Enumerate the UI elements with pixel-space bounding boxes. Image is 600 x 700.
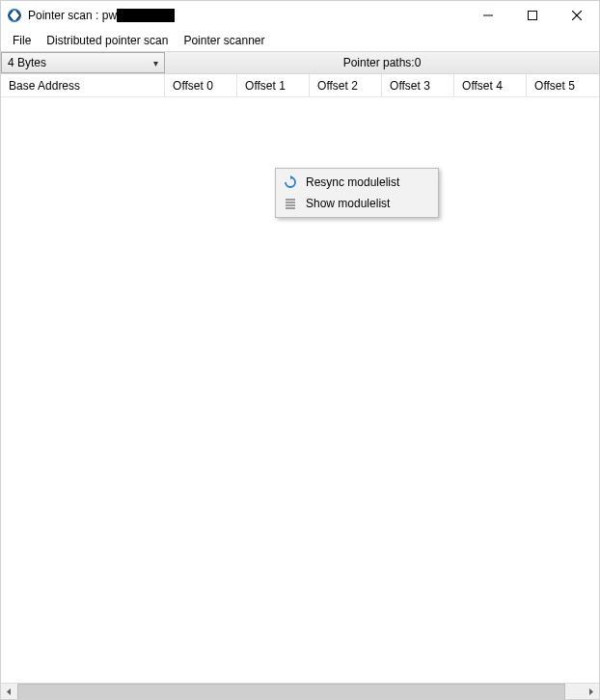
titlebar: Pointer scan : pw xyxy=(1,1,599,30)
maximize-button[interactable] xyxy=(510,1,555,30)
refresh-icon xyxy=(283,175,298,190)
col-offset-5[interactable]: Offset 5 xyxy=(527,74,599,96)
column-headers: Base Address Offset 0 Offset 1 Offset 2 … xyxy=(1,74,599,97)
col-offset-0[interactable]: Offset 0 xyxy=(165,74,237,96)
context-menu: Resync modulelist Show modulelist xyxy=(275,168,439,218)
scroll-thumb[interactable] xyxy=(17,684,565,700)
col-offset-2[interactable]: Offset 2 xyxy=(310,74,382,96)
window-controls xyxy=(466,1,599,30)
svg-rect-2 xyxy=(529,12,537,20)
col-offset-1[interactable]: Offset 1 xyxy=(237,74,310,96)
col-offset-4[interactable]: Offset 4 xyxy=(454,74,527,96)
results-area[interactable]: Resync modulelist Show modulelist xyxy=(1,97,599,683)
redacted-title xyxy=(117,9,175,22)
col-offset-3[interactable]: Offset 3 xyxy=(382,74,454,96)
window-title: Pointer scan : pw xyxy=(28,9,175,23)
bytes-combo[interactable]: 4 Bytes ▾ xyxy=(1,52,165,73)
menu-pointer-scanner[interactable]: Pointer scanner xyxy=(176,32,272,49)
toolbar: 4 Bytes ▾ Pointer paths:0 xyxy=(1,51,599,74)
minimize-button[interactable] xyxy=(466,1,510,30)
list-icon xyxy=(283,196,298,211)
menubar: File Distributed pointer scan Pointer sc… xyxy=(1,30,599,51)
scroll-right-button[interactable] xyxy=(583,684,599,700)
app-icon xyxy=(7,8,22,23)
menu-distributed-pointer-scan[interactable]: Distributed pointer scan xyxy=(39,32,176,49)
ctx-resync-modulelist[interactable]: Resync modulelist xyxy=(279,172,435,193)
close-button[interactable] xyxy=(555,1,599,30)
menu-file[interactable]: File xyxy=(5,32,39,49)
scroll-track[interactable] xyxy=(17,684,583,700)
scroll-left-button[interactable] xyxy=(1,684,17,700)
pointer-paths-label: Pointer paths:0 xyxy=(165,52,599,73)
ctx-item-label: Resync modulelist xyxy=(306,175,399,189)
col-base-address[interactable]: Base Address xyxy=(1,74,165,96)
horizontal-scrollbar[interactable] xyxy=(1,683,599,699)
svg-point-0 xyxy=(9,10,20,21)
chevron-down-icon: ▾ xyxy=(153,58,158,68)
ctx-item-label: Show modulelist xyxy=(306,197,390,210)
ctx-show-modulelist[interactable]: Show modulelist xyxy=(279,193,435,214)
bytes-combo-value: 4 Bytes xyxy=(8,56,46,69)
